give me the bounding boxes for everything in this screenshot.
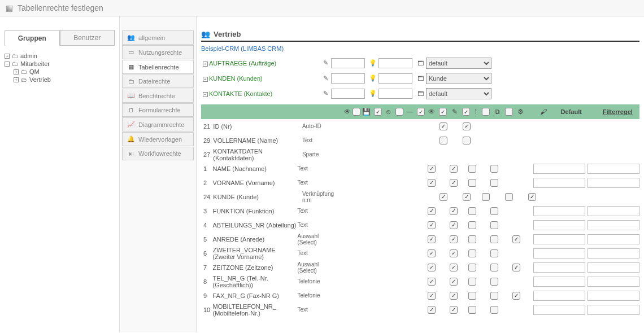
checkbox[interactable] [450, 221, 458, 229]
header-checkbox[interactable] [505, 108, 513, 116]
checkbox[interactable] [468, 306, 476, 314]
checkbox[interactable] [463, 137, 471, 144]
checkbox[interactable] [428, 179, 436, 187]
nav-wiedervorlagen[interactable]: 🔔Wiedervorlagen [122, 132, 194, 146]
brush-icon[interactable]: 🖌 [540, 108, 547, 116]
table-input-1[interactable] [331, 73, 365, 84]
filter-input[interactable] [588, 305, 639, 315]
table-input-1[interactable] [331, 58, 365, 68]
eye-icon[interactable]: 👁 [428, 108, 435, 116]
checkbox[interactable] [450, 179, 458, 187]
checkbox[interactable] [450, 278, 458, 286]
checkbox[interactable] [468, 221, 476, 229]
checkbox[interactable] [450, 235, 458, 243]
checkbox[interactable] [512, 264, 520, 271]
copy-icon[interactable]: ⧉ [495, 108, 500, 116]
form-icon[interactable]: 🗔 [415, 75, 426, 82]
checkbox[interactable] [428, 165, 436, 173]
pencil-icon[interactable]: ✎ [452, 108, 458, 116]
checkbox[interactable] [450, 306, 458, 314]
header-checkbox[interactable] [417, 108, 425, 116]
checkbox[interactable] [428, 221, 436, 229]
expand-icon[interactable]: + [201, 60, 209, 67]
header-checkbox[interactable] [374, 108, 382, 116]
nav-tabellenrechte[interactable]: ▦Tabellenrechte [122, 60, 194, 74]
nav-formularrechte[interactable]: 🗒Formularrechte [122, 103, 194, 117]
checkbox[interactable] [428, 306, 436, 314]
checkbox[interactable] [468, 249, 476, 257]
header-checkbox[interactable] [353, 108, 360, 116]
gear-icon[interactable]: ⚙ [517, 108, 524, 116]
warn-icon[interactable]: ! [475, 108, 477, 116]
checkbox[interactable] [490, 235, 498, 243]
bulb-icon[interactable]: 💡 [367, 75, 378, 82]
minus-icon[interactable]: — [407, 108, 414, 116]
tab-gruppen[interactable]: Gruppen [5, 30, 60, 46]
checkbox[interactable] [468, 235, 476, 243]
form-select[interactable]: default [426, 58, 491, 69]
filter-input[interactable] [588, 248, 639, 258]
checkbox[interactable] [468, 179, 476, 187]
checkbox[interactable] [468, 292, 476, 300]
form-icon[interactable]: 🗔 [415, 90, 426, 97]
bulb-icon[interactable]: 💡 [367, 90, 378, 97]
checkbox[interactable] [428, 278, 436, 286]
table-input-1[interactable] [331, 89, 365, 99]
checkbox[interactable] [463, 193, 471, 201]
table-name-link[interactable]: KUNDEN (Kunden) [209, 75, 320, 82]
checkbox[interactable] [490, 306, 498, 314]
default-input[interactable] [533, 277, 585, 287]
form-select[interactable]: Kunde [426, 73, 491, 84]
checkbox[interactable] [490, 249, 498, 257]
expand-icon[interactable]: − [201, 90, 209, 97]
checkbox[interactable] [440, 137, 447, 144]
nav-berichtrechte[interactable]: 📖Berichtrechte [122, 89, 194, 103]
bulb-icon[interactable]: 💡 [367, 59, 378, 67]
checkbox[interactable] [428, 235, 436, 243]
expand-icon[interactable]: + [14, 69, 19, 75]
default-input[interactable] [533, 220, 585, 230]
table-input-2[interactable] [378, 73, 412, 84]
nav-dateirechte[interactable]: 🗀Dateirechte [122, 75, 194, 88]
default-input[interactable] [533, 206, 585, 216]
checkbox[interactable] [468, 207, 476, 215]
table-name-link[interactable]: KONTAKTE (Kontakte) [209, 90, 320, 97]
header-checkbox[interactable] [439, 108, 447, 116]
filter-input[interactable] [588, 277, 639, 287]
breadcrumb[interactable]: Beispiel-CRM (LIMBAS CRM) [201, 45, 639, 52]
filter-input[interactable] [588, 291, 639, 301]
checkbox[interactable] [440, 193, 447, 201]
checkbox[interactable] [428, 249, 436, 257]
checkbox[interactable] [450, 165, 458, 173]
filter-input[interactable] [588, 234, 639, 244]
checkbox[interactable] [440, 122, 447, 130]
save-icon[interactable]: 💾 [362, 108, 371, 116]
checkbox[interactable] [528, 193, 536, 201]
form-icon[interactable]: 🗔 [415, 60, 426, 67]
checkbox[interactable] [490, 179, 498, 187]
header-checkbox[interactable] [462, 108, 470, 116]
pencil-icon[interactable]: ✎ [320, 90, 331, 97]
header-checkbox[interactable] [395, 108, 403, 116]
default-input[interactable] [533, 164, 585, 174]
checkbox[interactable] [428, 264, 436, 271]
default-input[interactable] [533, 248, 585, 258]
checkbox[interactable] [428, 292, 436, 300]
default-input[interactable] [533, 234, 585, 244]
checkbox[interactable] [468, 165, 476, 173]
tree-item[interactable]: −🗀Mitarbeiter [5, 60, 115, 67]
checkbox[interactable] [490, 207, 498, 215]
checkbox[interactable] [512, 292, 520, 300]
nav-workflowrechte[interactable]: ⏯Workflowrechte [122, 147, 194, 160]
default-input[interactable] [533, 178, 585, 188]
tab-benutzer[interactable]: Benutzer [60, 30, 115, 45]
nav-diagrammrechte[interactable]: 📈Diagrammrechte [122, 117, 194, 132]
filter-input[interactable] [588, 164, 639, 174]
checkbox[interactable] [468, 264, 476, 271]
expand-icon[interactable]: − [5, 62, 10, 67]
expand-icon[interactable]: + [5, 54, 10, 59]
checkbox[interactable] [468, 278, 476, 286]
checkbox[interactable] [450, 292, 458, 300]
pencil-icon[interactable]: ✎ [320, 75, 331, 82]
expand-icon[interactable]: + [201, 75, 209, 82]
